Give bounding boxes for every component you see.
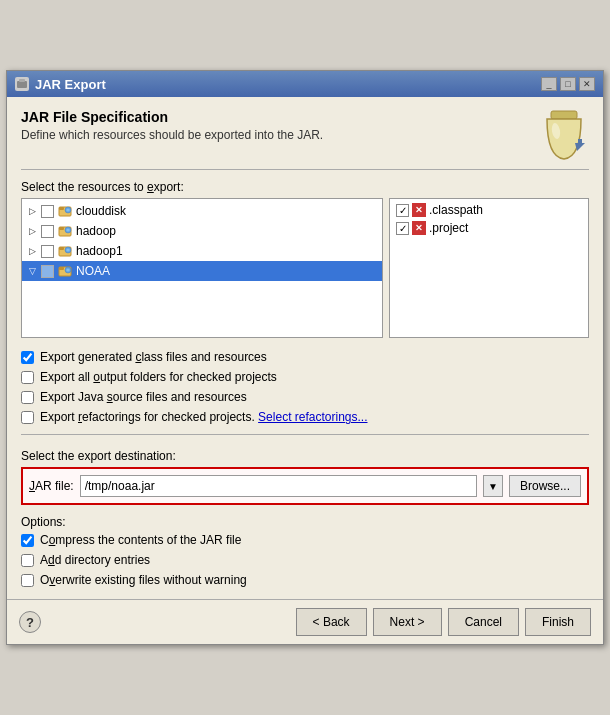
export-dest-label: Select the export destination: — [21, 449, 589, 463]
title-bar: JAR Export _ □ ✕ — [7, 71, 603, 97]
export-output-folders-row: Export all output folders for checked pr… — [21, 370, 589, 384]
footer-left: ? — [19, 611, 41, 633]
title-bar-controls: _ □ ✕ — [541, 77, 595, 91]
svg-rect-0 — [17, 81, 27, 88]
export-refactorings-checkbox[interactable] — [21, 411, 34, 424]
checkbox-hadoop1[interactable] — [41, 245, 54, 258]
resources-area: ▷ clouddisk — [21, 198, 589, 338]
next-button[interactable]: Next > — [373, 608, 442, 636]
expander-noaa: ▽ — [26, 265, 38, 277]
project-icon-hadoop1 — [57, 243, 73, 259]
jar-icon — [539, 109, 589, 159]
tree-label-hadoop: hadoop — [76, 224, 116, 238]
tree-label-hadoop1: hadoop1 — [76, 244, 123, 258]
tree-label-noaa: NOAA — [76, 264, 110, 278]
tree-panel[interactable]: ▷ clouddisk — [21, 198, 383, 338]
export-output-folders-label: Export all output folders for checked pr… — [40, 370, 277, 384]
right-label-project: .project — [429, 221, 468, 235]
export-class-files-checkbox[interactable] — [21, 351, 34, 364]
x-icon-project: ✕ — [412, 221, 426, 235]
export-output-folders-checkbox[interactable] — [21, 371, 34, 384]
project-icon-hadoop — [57, 223, 73, 239]
main-content: JAR File Specification Define which reso… — [7, 97, 603, 599]
checkboxes-section: Export generated class files and resourc… — [21, 350, 589, 424]
export-source-files-label: Export Java source files and resources — [40, 390, 247, 404]
svg-rect-11 — [59, 247, 64, 250]
export-class-files-label: Export generated class files and resourc… — [40, 350, 267, 364]
export-class-files-row: Export generated class files and resourc… — [21, 350, 589, 364]
jar-export-window: JAR Export _ □ ✕ JAR File Specification … — [6, 70, 604, 645]
svg-rect-8 — [59, 227, 64, 230]
x-icon-classpath: ✕ — [412, 203, 426, 217]
check-project[interactable]: ✓ — [396, 222, 409, 235]
add-directory-row: Add directory entries — [21, 553, 589, 567]
tree-item-clouddisk[interactable]: ▷ clouddisk — [22, 201, 382, 221]
compress-checkbox[interactable] — [21, 534, 34, 547]
back-button[interactable]: < Back — [296, 608, 367, 636]
header-divider — [21, 169, 589, 170]
page-description: Define which resources should be exporte… — [21, 128, 323, 142]
header-section: JAR File Specification Define which reso… — [21, 109, 589, 159]
add-directory-checkbox[interactable] — [21, 554, 34, 567]
checkbox-hadoop[interactable] — [41, 225, 54, 238]
resources-section: Select the resources to export: ▷ — [21, 180, 589, 338]
footer-buttons: < Back Next > Cancel Finish — [296, 608, 591, 636]
project-icon-noaa — [57, 263, 73, 279]
maximize-button[interactable]: □ — [560, 77, 576, 91]
help-button[interactable]: ? — [19, 611, 41, 633]
right-item-classpath: ✓ ✕ .classpath — [394, 201, 584, 219]
options-checkboxes: Compress the contents of the JAR file Ad… — [21, 533, 589, 587]
checkbox-clouddisk[interactable] — [41, 205, 54, 218]
header-text: JAR File Specification Define which reso… — [21, 109, 323, 142]
tree-item-noaa[interactable]: ▽ NOAA — [22, 261, 382, 281]
expander-hadoop: ▷ — [26, 225, 38, 237]
options-label: Options: — [21, 515, 589, 529]
svg-rect-5 — [59, 207, 64, 210]
finish-button[interactable]: Finish — [525, 608, 591, 636]
page-title: JAR File Specification — [21, 109, 323, 125]
jar-file-row: JAR file: ▼ Browse... — [21, 467, 589, 505]
jar-file-label: JAR file: — [29, 479, 74, 493]
cancel-button[interactable]: Cancel — [448, 608, 519, 636]
browse-button[interactable]: Browse... — [509, 475, 581, 497]
overwrite-row: Overwrite existing files without warning — [21, 573, 589, 587]
export-refactorings-row: Export refactorings for checked projects… — [21, 410, 589, 424]
svg-rect-2 — [551, 111, 577, 119]
right-panel: ✓ ✕ .classpath ✓ ✕ .project — [389, 198, 589, 338]
expander-clouddisk: ▷ — [26, 205, 38, 217]
expander-hadoop1: ▷ — [26, 245, 38, 257]
close-button[interactable]: ✕ — [579, 77, 595, 91]
compress-label: Compress the contents of the JAR file — [40, 533, 241, 547]
title-bar-left: JAR Export — [15, 77, 106, 92]
export-source-files-checkbox[interactable] — [21, 391, 34, 404]
check-classpath[interactable]: ✓ — [396, 204, 409, 217]
window-icon — [15, 77, 29, 91]
tree-item-hadoop1[interactable]: ▷ hadoop1 — [22, 241, 382, 261]
export-source-files-row: Export Java source files and resources — [21, 390, 589, 404]
window-title: JAR Export — [35, 77, 106, 92]
options-section: Options: Compress the contents of the JA… — [21, 515, 589, 587]
right-item-project: ✓ ✕ .project — [394, 219, 584, 237]
right-label-classpath: .classpath — [429, 203, 483, 217]
export-dest-section: Select the export destination: JAR file:… — [21, 449, 589, 505]
jar-dropdown-button[interactable]: ▼ — [483, 475, 503, 497]
overwrite-label: Overwrite existing files without warning — [40, 573, 247, 587]
overwrite-checkbox[interactable] — [21, 574, 34, 587]
tree-item-hadoop[interactable]: ▷ hadoop — [22, 221, 382, 241]
svg-rect-14 — [59, 267, 64, 270]
tree-label-clouddisk: clouddisk — [76, 204, 126, 218]
mid-divider — [21, 434, 589, 435]
svg-rect-1 — [19, 79, 25, 82]
compress-row: Compress the contents of the JAR file — [21, 533, 589, 547]
resources-label: Select the resources to export: — [21, 180, 589, 194]
jar-file-input[interactable] — [80, 475, 477, 497]
checkbox-noaa[interactable] — [41, 265, 54, 278]
add-directory-label: Add directory entries — [40, 553, 150, 567]
export-refactorings-label: Export refactorings for checked projects… — [40, 410, 368, 424]
footer: ? < Back Next > Cancel Finish — [7, 599, 603, 644]
project-icon-clouddisk — [57, 203, 73, 219]
select-refactorings-link[interactable]: Select refactorings... — [258, 410, 367, 424]
minimize-button[interactable]: _ — [541, 77, 557, 91]
